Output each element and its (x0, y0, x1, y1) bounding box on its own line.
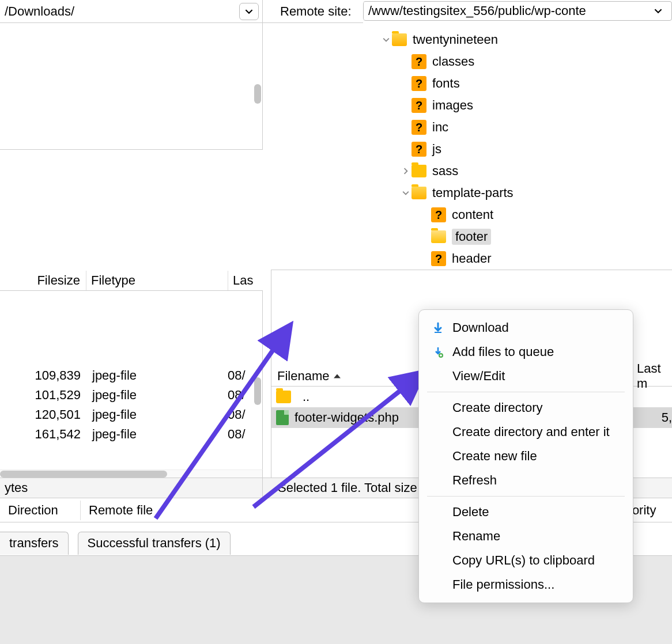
tree-label: inc (432, 120, 448, 135)
tree-item-content[interactable]: ?content (271, 204, 672, 226)
tree-label: images (432, 98, 473, 113)
list-item[interactable]: 109,839jpeg-file08/ (0, 366, 262, 385)
folder-unknown-icon: ? (431, 251, 446, 266)
context-menu: Download Add files to queue View/Edit Cr… (418, 309, 633, 603)
folder-unknown-icon: ? (411, 54, 426, 69)
chevron-down-icon (654, 7, 662, 15)
list-item[interactable]: 161,542jpeg-file08/ (0, 425, 262, 444)
chevron-down-icon[interactable] (380, 36, 392, 43)
menu-file-permissions[interactable]: File permissions... (419, 573, 633, 597)
scrollbar-thumb[interactable] (254, 377, 261, 405)
menu-rename[interactable]: Rename (419, 524, 633, 548)
tree-label: footer (452, 229, 491, 245)
remote-path-dropdown[interactable] (648, 2, 668, 20)
tree-item-sass[interactable]: sass (271, 160, 672, 182)
folder-open-icon (392, 33, 407, 46)
tree-label: js (432, 142, 441, 157)
file-icon (276, 410, 289, 425)
scrollbar-horizontal[interactable] (0, 469, 263, 478)
menu-create-directory[interactable]: Create directory (419, 396, 633, 420)
tree-item-classes[interactable]: ?classes (271, 51, 672, 73)
cell-filetype: jpeg-file (86, 368, 228, 383)
menu-label: Copy URL(s) to clipboard (452, 553, 595, 568)
sort-asc-icon (333, 373, 342, 380)
cell-filesize: 101,529 (0, 388, 86, 403)
menu-label: Add files to queue (452, 344, 554, 359)
menu-label: Create new file (452, 449, 537, 464)
tab-successful-transfers[interactable]: Successful transfers (1) (78, 532, 231, 555)
col-filesize[interactable]: Filesize (0, 271, 86, 290)
add-queue-icon (432, 346, 444, 358)
tree-label: twentynineteen (413, 32, 498, 47)
cell-filesize: 5, (649, 410, 672, 425)
tree-label: header (452, 251, 492, 266)
scrollbar-thumb[interactable] (254, 84, 261, 104)
menu-label: Delete (452, 505, 489, 520)
list-item[interactable]: 101,529jpeg-file08/ (0, 385, 262, 405)
cell-date: 08/ (228, 427, 262, 442)
col-filetype[interactable]: Filetype (86, 271, 228, 290)
menu-view-edit[interactable]: View/Edit (419, 364, 633, 388)
menu-label: File permissions... (452, 577, 554, 592)
scrollbar-thumb[interactable] (0, 471, 167, 478)
cell-date: 08/ (228, 407, 262, 422)
tree-item-js[interactable]: ?js (271, 138, 672, 160)
tree-item-template-parts[interactable]: template-parts (271, 182, 672, 204)
folder-unknown-icon: ? (431, 207, 446, 222)
menu-add-to-queue[interactable]: Add files to queue (419, 340, 633, 364)
menu-download[interactable]: Download (419, 316, 633, 340)
menu-label: Download (452, 320, 509, 335)
menu-label: Create directory and enter it (452, 425, 610, 440)
tree-label: template-parts (432, 185, 514, 200)
cell-filesize: 161,542 (0, 427, 86, 442)
remote-tree-pane[interactable]: twentynineteen?classes?fonts?images?inc?… (271, 23, 672, 270)
tree-item-header[interactable]: ?header (271, 248, 672, 270)
menu-refresh[interactable]: Refresh (419, 468, 633, 493)
list-item[interactable]: 120,501jpeg-file08/ (0, 405, 262, 425)
local-status-text: ytes (0, 478, 263, 498)
tree-item-fonts[interactable]: ?fonts (271, 73, 672, 94)
cell-filetype: jpeg-file (86, 388, 228, 403)
menu-create-directory-enter[interactable]: Create directory and enter it (419, 420, 633, 444)
tree-item-footer[interactable]: footer (271, 226, 672, 248)
menu-separator (427, 392, 625, 392)
cell-filetype: jpeg-file (86, 407, 228, 422)
cell-filesize: 109,839 (0, 368, 86, 383)
local-tree-pane[interactable] (0, 23, 263, 150)
tree-item-images[interactable]: ?images (271, 94, 672, 116)
col-lastmod[interactable]: Last m (632, 361, 672, 391)
folder-open-icon (431, 230, 446, 243)
col-direction[interactable]: Direction (0, 501, 81, 520)
folder-open-icon (411, 187, 426, 199)
col-lastmod[interactable]: Las (228, 271, 263, 290)
local-file-list[interactable]: 109,839jpeg-file08/101,529jpeg-file08/12… (0, 366, 263, 469)
tree-item-inc[interactable]: ?inc (271, 116, 672, 138)
chevron-down-icon[interactable] (400, 190, 411, 196)
chevron-down-icon (245, 7, 253, 16)
svg-rect-0 (435, 332, 441, 333)
menu-label: Rename (452, 529, 500, 544)
cell-filesize: 120,501 (0, 407, 86, 422)
tree-item-twentynineteen[interactable]: twentynineteen (271, 29, 672, 51)
menu-copy-url[interactable]: Copy URL(s) to clipboard (419, 548, 633, 573)
local-path-dropdown[interactable] (239, 3, 259, 20)
folder-unknown-icon: ? (411, 98, 426, 113)
tree-label: sass (432, 164, 458, 179)
menu-create-file[interactable]: Create new file (419, 444, 633, 468)
menu-delete[interactable]: Delete (419, 500, 633, 524)
remote-path-input[interactable] (364, 2, 645, 20)
folder-icon (276, 391, 291, 403)
local-list-header: Filesize Filetype Las (0, 270, 263, 291)
menu-label: View/Edit (452, 369, 505, 384)
folder-icon (411, 165, 426, 177)
menu-label: Refresh (452, 473, 497, 488)
cell-filetype: jpeg-file (86, 427, 228, 442)
download-icon (432, 322, 444, 334)
menu-separator (427, 496, 625, 497)
folder-unknown-icon: ? (411, 76, 426, 91)
chevron-right-icon[interactable] (400, 168, 411, 175)
tree-label: content (452, 207, 493, 222)
menu-label: Create directory (452, 400, 543, 415)
local-path-input[interactable] (0, 2, 236, 21)
tab-failed-transfers[interactable]: transfers (0, 532, 69, 555)
